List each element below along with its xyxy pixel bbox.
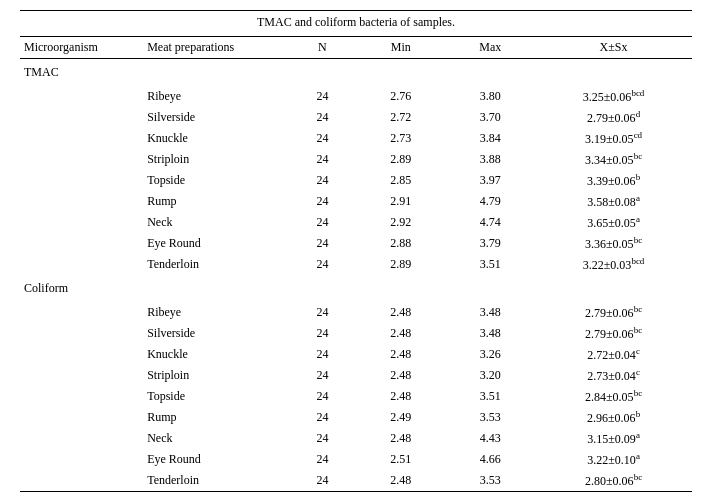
- cell-n: 24: [289, 149, 356, 170]
- cell-max: 3.20: [446, 365, 536, 386]
- cell-n: 24: [289, 212, 356, 233]
- table-row: Rump 24 2.49 3.53 2.96±0.06b: [20, 407, 692, 428]
- cell-meat: Tenderloin: [143, 254, 289, 275]
- cell-meat: Knuckle: [143, 128, 289, 149]
- cell-xsx: 2.79±0.06d: [535, 107, 692, 128]
- cell-max: 3.80: [446, 86, 536, 107]
- cell-max: 3.97: [446, 170, 536, 191]
- cell-micro: [20, 470, 143, 492]
- table-row: Tenderloin 24 2.89 3.51 3.22±0.03bcd: [20, 254, 692, 275]
- cell-max: 3.26: [446, 344, 536, 365]
- cell-xsx: 2.79±0.06bc: [535, 323, 692, 344]
- cell-min: 2.48: [356, 302, 446, 323]
- data-table: TMAC and coliform bacteria of samples. M…: [20, 10, 692, 59]
- cell-meat: Striploin: [143, 365, 289, 386]
- cell-meat: Knuckle: [143, 344, 289, 365]
- cell-max: 3.84: [446, 128, 536, 149]
- superscript: b: [636, 172, 641, 182]
- cell-max: 3.53: [446, 407, 536, 428]
- cell-min: 2.48: [356, 386, 446, 407]
- cell-xsx: 3.15±0.09a: [535, 428, 692, 449]
- cell-min: 2.49: [356, 407, 446, 428]
- cell-n: 24: [289, 428, 356, 449]
- cell-xsx: 3.22±0.10a: [535, 449, 692, 470]
- header-microorganism: Microorganism: [20, 37, 143, 59]
- cell-max: 4.43: [446, 428, 536, 449]
- cell-xsx: 2.80±0.06bc: [535, 470, 692, 492]
- group-label-row-1: Coliform: [20, 275, 692, 298]
- cell-xsx: 3.65±0.05a: [535, 212, 692, 233]
- cell-meat: Topside: [143, 170, 289, 191]
- table-row: Silverside 24 2.48 3.48 2.79±0.06bc: [20, 323, 692, 344]
- cell-n: 24: [289, 365, 356, 386]
- superscript: bc: [634, 325, 643, 335]
- cell-n: 24: [289, 470, 356, 492]
- cell-min: 2.48: [356, 428, 446, 449]
- cell-micro: [20, 149, 143, 170]
- superscript: bc: [634, 388, 643, 398]
- cell-xsx: 2.72±0.04c: [535, 344, 692, 365]
- superscript: d: [636, 109, 641, 119]
- cell-micro: [20, 428, 143, 449]
- cell-xsx: 2.73±0.04c: [535, 365, 692, 386]
- cell-n: 24: [289, 323, 356, 344]
- cell-n: 24: [289, 233, 356, 254]
- cell-min: 2.51: [356, 449, 446, 470]
- cell-xsx: 3.58±0.08a: [535, 191, 692, 212]
- superscript: bc: [634, 472, 643, 482]
- cell-micro: [20, 386, 143, 407]
- cell-micro: [20, 212, 143, 233]
- cell-meat: Ribeye: [143, 302, 289, 323]
- header-xsx: X±Sx: [535, 37, 692, 59]
- cell-xsx: 3.19±0.05cd: [535, 128, 692, 149]
- table-row: Silverside 24 2.72 3.70 2.79±0.06d: [20, 107, 692, 128]
- cell-max: 3.79: [446, 233, 536, 254]
- cell-micro: [20, 407, 143, 428]
- cell-micro: [20, 302, 143, 323]
- table-row: Knuckle 24 2.48 3.26 2.72±0.04c: [20, 344, 692, 365]
- superscript: bc: [634, 304, 643, 314]
- group-label-row-0: TMAC: [20, 59, 692, 82]
- cell-xsx: 3.39±0.06b: [535, 170, 692, 191]
- cell-max: 3.51: [446, 386, 536, 407]
- cell-meat: Striploin: [143, 149, 289, 170]
- cell-min: 2.48: [356, 344, 446, 365]
- cell-meat: Silverside: [143, 323, 289, 344]
- cell-meat: Tenderloin: [143, 470, 289, 492]
- group-label: Coliform: [20, 275, 143, 298]
- cell-min: 2.48: [356, 323, 446, 344]
- cell-min: 2.89: [356, 149, 446, 170]
- superscript: a: [636, 430, 640, 440]
- table-caption: TMAC and coliform bacteria of samples.: [20, 11, 692, 37]
- table-row: Eye Round 24 2.51 4.66 3.22±0.10a: [20, 449, 692, 470]
- table-row: Rump 24 2.91 4.79 3.58±0.08a: [20, 191, 692, 212]
- cell-min: 2.85: [356, 170, 446, 191]
- header-meat: Meat preparations: [143, 37, 289, 59]
- cell-meat: Neck: [143, 428, 289, 449]
- cell-max: 4.74: [446, 212, 536, 233]
- table-row: Striploin 24 2.89 3.88 3.34±0.05bc: [20, 149, 692, 170]
- superscript: a: [636, 214, 640, 224]
- cell-micro: [20, 107, 143, 128]
- cell-n: 24: [289, 170, 356, 191]
- cell-min: 2.91: [356, 191, 446, 212]
- group-label: TMAC: [20, 59, 143, 82]
- cell-max: 3.48: [446, 302, 536, 323]
- superscript: bc: [634, 235, 643, 245]
- superscript: c: [636, 346, 640, 356]
- table-row: Neck 24 2.92 4.74 3.65±0.05a: [20, 212, 692, 233]
- cell-meat: Rump: [143, 407, 289, 428]
- cell-micro: [20, 449, 143, 470]
- cell-xsx: 3.22±0.03bcd: [535, 254, 692, 275]
- cell-n: 24: [289, 191, 356, 212]
- header-row: Microorganism Meat preparations N Min Ma…: [20, 37, 692, 59]
- cell-min: 2.89: [356, 254, 446, 275]
- cell-n: 24: [289, 128, 356, 149]
- cell-min: 2.88: [356, 233, 446, 254]
- caption-row: TMAC and coliform bacteria of samples.: [20, 11, 692, 37]
- cell-meat: Neck: [143, 212, 289, 233]
- cell-xsx: 3.36±0.05bc: [535, 233, 692, 254]
- header-min: Min: [356, 37, 446, 59]
- cell-micro: [20, 254, 143, 275]
- table-row: Knuckle 24 2.73 3.84 3.19±0.05cd: [20, 128, 692, 149]
